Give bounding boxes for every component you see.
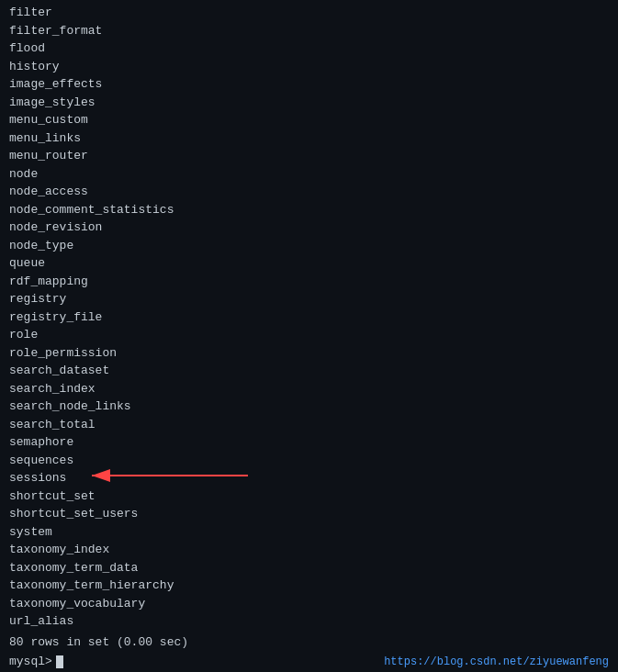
list-item: filter — [9, 4, 609, 22]
list-item: semaphore — [9, 433, 609, 452]
list-item: filter_format — [9, 22, 609, 40]
list-item: node_access — [9, 183, 609, 201]
list-item: sessions — [9, 469, 609, 487]
list-item: system — [9, 523, 609, 542]
watermark-text: https://blog.csdn.net/ziyuewanfeng — [384, 655, 609, 668]
list-item: search_index — [9, 380, 609, 398]
list-item: registry — [9, 290, 609, 308]
prompt-left: mysql> — [9, 655, 63, 668]
list-item: users — [9, 631, 609, 634]
list-item: taxonomy_vocabulary — [9, 595, 609, 613]
terminal-window: filterfilter_formatfloodhistoryimage_eff… — [0, 0, 618, 672]
list-item: taxonomy_term_data — [9, 559, 609, 577]
list-item: flood — [9, 39, 609, 58]
list-item: taxonomy_term_hierarchy — [9, 577, 609, 595]
list-item: menu_links — [9, 129, 609, 148]
list-item: node_comment_statistics — [9, 201, 609, 219]
list-item: menu_router — [9, 147, 609, 165]
list-item: sequences — [9, 452, 609, 470]
list-item: image_styles — [9, 94, 609, 112]
list-item: node_revision — [9, 218, 609, 237]
prompt-label: mysql> — [9, 655, 52, 668]
items-list: filterfilter_formatfloodhistoryimage_eff… — [9, 4, 609, 633]
list-item: image_effects — [9, 75, 609, 94]
list-item: menu_custom — [9, 111, 609, 129]
list-item: taxonomy_index — [9, 541, 609, 559]
list-item: url_alias — [9, 612, 609, 631]
list-item: search_total — [9, 416, 609, 434]
list-item: role_permission — [9, 344, 609, 363]
list-item: registry_file — [9, 308, 609, 327]
list-item: history — [9, 58, 609, 76]
list-item: queue — [9, 254, 609, 273]
terminal-output: filterfilter_formatfloodhistoryimage_eff… — [0, 0, 618, 633]
list-item: node_type — [9, 237, 609, 255]
prompt-line: mysql> https://blog.csdn.net/ziyuewanfen… — [0, 651, 618, 672]
result-text: 80 rows in set (0.00 sec) — [0, 633, 618, 651]
list-item: shortcut_set_users — [9, 505, 609, 523]
list-item: role — [9, 326, 609, 344]
list-item: node — [9, 165, 609, 184]
list-item: search_node_links — [9, 398, 609, 416]
list-item: rdf_mapping — [9, 273, 609, 291]
list-item: search_dataset — [9, 362, 609, 380]
list-item: shortcut_set — [9, 487, 609, 506]
cursor-block — [56, 655, 63, 668]
